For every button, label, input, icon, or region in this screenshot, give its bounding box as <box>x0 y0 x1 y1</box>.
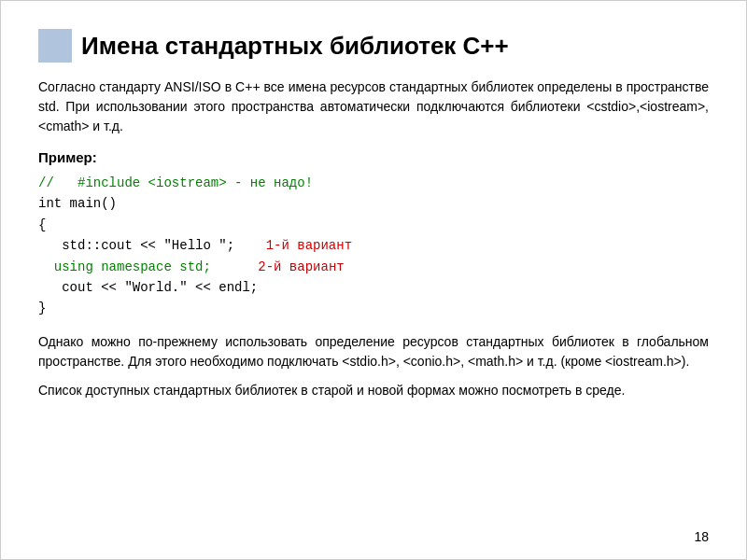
code-line-4: std::cout << "Hello "; 1-й вариант <box>38 235 709 256</box>
example-label: Пример: <box>38 149 709 165</box>
body-text-3: Список доступных стандартных библиотек в… <box>38 381 709 400</box>
intro-paragraph: Согласно стандарту ANSI/ISO в С++ все им… <box>38 77 709 136</box>
code-line-5: using namespace std; 2-й вариант <box>38 257 709 277</box>
code-line-2: int main() <box>38 193 709 214</box>
code-line-4-variant: 1-й вариант <box>266 238 352 253</box>
title-icon <box>38 29 72 63</box>
code-line-5-code: using namespace std; <box>38 259 211 274</box>
intro-text: Согласно стандарту ANSI/ISO в С++ все им… <box>38 79 709 133</box>
code-block: // #include <iostream> - не надо! int ma… <box>38 173 709 319</box>
code-line-4-code: std::cout << "Hello "; <box>38 238 234 253</box>
slide-title: Имена стандартных библиотек С++ <box>38 29 709 63</box>
title-text: Имена стандартных библиотек С++ <box>81 32 509 61</box>
code-line-7: } <box>38 298 709 318</box>
page-number: 18 <box>694 529 709 544</box>
code-line-5-variant: 2-й вариант <box>258 259 344 274</box>
body-text-2: Однако можно по-прежнему использовать оп… <box>38 332 709 371</box>
slide: Имена стандартных библиотек С++ Согласно… <box>0 0 747 560</box>
code-line-6: cout << "World." << endl; <box>38 277 709 298</box>
code-line-3: { <box>38 215 709 235</box>
code-line-1: // #include <iostream> - не надо! <box>38 173 709 193</box>
